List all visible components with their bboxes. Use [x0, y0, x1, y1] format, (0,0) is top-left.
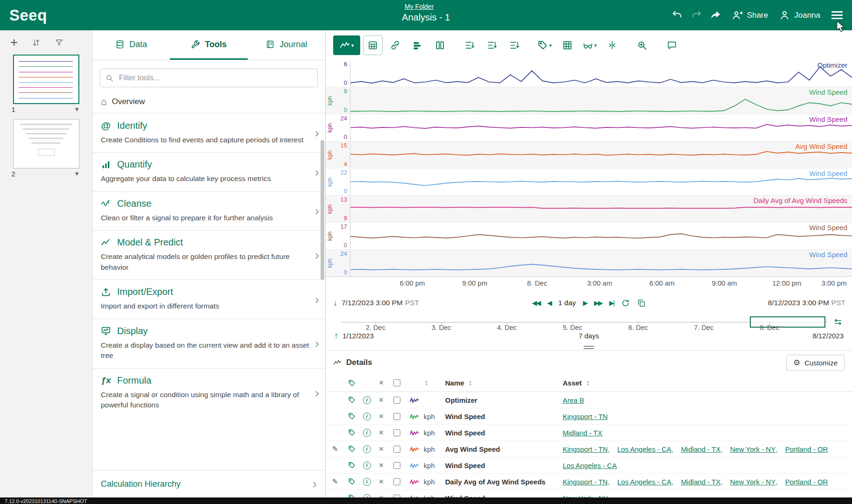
- range-expand-button[interactable]: [831, 317, 845, 327]
- hamburger-menu-button[interactable]: [831, 14, 843, 16]
- user-menu-button[interactable]: Joanna: [779, 10, 820, 21]
- item-name[interactable]: Wind Speed: [445, 429, 563, 437]
- customize-button[interactable]: ⚙ Customize: [786, 355, 845, 371]
- lane-axis[interactable]: kph240: [326, 114, 350, 141]
- labels-button[interactable]: [344, 429, 359, 436]
- sort-icon[interactable]: [585, 380, 591, 386]
- filter-worksheets-button[interactable]: [55, 38, 63, 47]
- sort-icon[interactable]: [424, 380, 429, 386]
- remove-item-button[interactable]: ×: [374, 493, 388, 498]
- tool-quantify[interactable]: QuantifyAggregate your data to calculate…: [92, 152, 325, 191]
- lane-label[interactable]: Wind Speed: [809, 88, 847, 96]
- signal-style-button[interactable]: [405, 413, 424, 420]
- item-name[interactable]: Wind Speed: [445, 462, 563, 469]
- lane-plot[interactable]: Wind Speed: [350, 223, 852, 249]
- dim-lanes-button[interactable]: [460, 35, 480, 55]
- select-all-checkbox[interactable]: [393, 379, 400, 386]
- signal-style-button[interactable]: [405, 462, 424, 469]
- tool-import-export[interactable]: Import/ExportImport and export in differ…: [92, 280, 325, 318]
- investigate-range-start[interactable]: 1/12/2023: [342, 332, 374, 340]
- show-uncertainty-button[interactable]: ▾: [580, 35, 600, 55]
- tab-data[interactable]: Data: [92, 30, 170, 60]
- lane-label[interactable]: Wind Speed: [809, 169, 847, 177]
- zoom-in-button[interactable]: [632, 35, 652, 55]
- tab-tools[interactable]: Tools: [170, 30, 247, 60]
- worksheet-menu-button[interactable]: ▾: [73, 105, 81, 113]
- remove-item-button[interactable]: ×: [374, 412, 388, 421]
- item-info-button[interactable]: i: [359, 462, 374, 469]
- lane-axis[interactable]: 60: [326, 60, 350, 87]
- labels-button[interactable]: [344, 413, 359, 420]
- tool-model-predict[interactable]: Model & PredictCreate analytical models …: [92, 230, 325, 280]
- trend-view-button[interactable]: ▾: [333, 35, 360, 55]
- redo-button[interactable]: [691, 10, 702, 21]
- lane-axis[interactable]: kph170: [326, 223, 350, 249]
- worksheet-thumbnail[interactable]: 1▾: [0, 55, 92, 113]
- item-info-button[interactable]: i: [359, 494, 374, 498]
- lane-plot[interactable]: Wind Speed: [350, 114, 852, 141]
- share-forward-button[interactable]: [710, 10, 721, 21]
- labels-button[interactable]: [344, 478, 359, 485]
- signal-style-button[interactable]: [405, 397, 424, 404]
- item-name[interactable]: Daily Avg of Avg Wind Speeds: [445, 478, 563, 486]
- select-item-checkbox[interactable]: [393, 478, 400, 485]
- lane-axis[interactable]: kph154: [326, 141, 350, 168]
- capsule-view-button[interactable]: [408, 35, 427, 55]
- display-range-duration[interactable]: 1 day: [558, 299, 576, 307]
- signal-style-button[interactable]: [405, 446, 424, 453]
- tool-display[interactable]: DisplayCreate a display based on the cur…: [92, 319, 325, 368]
- select-item-checkbox[interactable]: [393, 413, 400, 420]
- asset-link[interactable]: Kingsport - TN: [563, 478, 608, 486]
- sort-icon[interactable]: [468, 380, 473, 386]
- investigate-range-bar[interactable]: 2. Dec3. Dec4. Dec5. Dec6. Dec7. Dec8. D…: [342, 316, 828, 329]
- display-range-start[interactable]: 7/12/2023 3:00 PMPST: [342, 299, 419, 307]
- remove-item-button[interactable]: ×: [374, 395, 388, 405]
- investigate-range-end[interactable]: 8/12/2023: [812, 332, 844, 340]
- item-info-button[interactable]: i: [359, 396, 374, 404]
- lane-axis[interactable]: kph90: [326, 87, 350, 114]
- step-back-button[interactable]: ◀: [547, 299, 552, 307]
- lane-plot[interactable]: Daily Avg of Avg Wind Speeds: [350, 196, 852, 222]
- signal-style-button[interactable]: [405, 478, 424, 485]
- item-info-button[interactable]: i: [359, 413, 374, 420]
- reorder-worksheets-button[interactable]: [32, 38, 41, 47]
- item-name[interactable]: Wind Speed: [445, 494, 563, 498]
- remove-item-button[interactable]: ×: [374, 444, 388, 454]
- cursors-button[interactable]: [602, 35, 622, 55]
- item-name[interactable]: Optimizer: [445, 396, 563, 404]
- asset-link[interactable]: Midland - TX: [681, 445, 720, 453]
- labels-column-button[interactable]: [344, 379, 359, 387]
- asset-link[interactable]: Los Angeles - CA: [617, 478, 671, 486]
- asset-link[interactable]: Portland - OR: [785, 445, 828, 453]
- tool-identify[interactable]: @IdentifyCreate Conditions to find event…: [92, 113, 325, 152]
- labels-button[interactable]: [344, 396, 359, 404]
- calculation-hierarchy-item[interactable]: Calculation Hierarchy ›: [92, 470, 325, 497]
- remove-all-button[interactable]: ×: [374, 378, 388, 388]
- asset-link[interactable]: Area B: [563, 396, 584, 404]
- item-name[interactable]: Avg Wind Speed: [445, 445, 563, 453]
- remove-item-button[interactable]: ×: [374, 477, 388, 487]
- asset-link[interactable]: Kingsport - TN: [563, 445, 608, 453]
- labels-button[interactable]: [344, 494, 359, 497]
- asset-link[interactable]: New York - NY: [730, 445, 776, 453]
- lane-label[interactable]: Wind Speed: [809, 224, 847, 231]
- chain-view-button[interactable]: [385, 35, 405, 55]
- lane-axis[interactable]: kph240: [326, 250, 350, 276]
- overview-item[interactable]: ⌂ Overview: [92, 91, 325, 113]
- filter-tools-input[interactable]: [100, 69, 318, 87]
- copy-range-button[interactable]: [637, 299, 646, 308]
- lane-plot[interactable]: Optimizer: [350, 60, 852, 87]
- remove-item-button[interactable]: ×: [374, 461, 388, 470]
- jump-forward-button[interactable]: ▶▶: [594, 299, 602, 307]
- auto-update-button[interactable]: [621, 299, 630, 308]
- jump-to-start-button[interactable]: ◀◀: [532, 299, 540, 307]
- one-lane-button[interactable]: [482, 35, 502, 55]
- labels-button[interactable]: ▾: [535, 35, 555, 55]
- asset-link[interactable]: Los Angeles - CA: [617, 445, 671, 453]
- signal-style-button[interactable]: [405, 429, 424, 436]
- worksheet-menu-button[interactable]: ▾: [73, 169, 81, 178]
- trend-chart[interactable]: 60Optimizerkph90Wind Speedkph240Wind Spe…: [326, 60, 852, 277]
- gridlines-button[interactable]: [558, 35, 577, 55]
- remove-item-button[interactable]: ×: [374, 428, 388, 438]
- item-info-button[interactable]: i: [359, 429, 374, 437]
